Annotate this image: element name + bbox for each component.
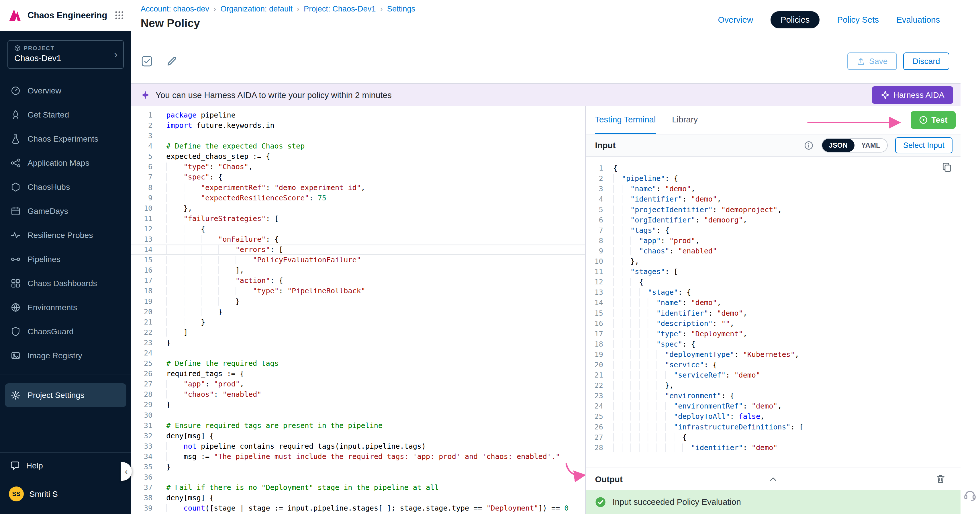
tab-policies[interactable]: Policies <box>770 11 819 29</box>
line-number: 8 <box>586 236 603 246</box>
tab-testing-terminal[interactable]: Testing Terminal <box>595 107 655 134</box>
sidebar-item-chaosguard[interactable]: ChaosGuard <box>0 319 131 344</box>
line-number: 27 <box>586 432 603 442</box>
line-number: 10 <box>586 256 603 267</box>
sidebar-item-chaos-experiments[interactable]: Chaos Experiments <box>0 127 131 151</box>
user-menu[interactable]: SS Smriti S <box>0 479 131 509</box>
terminal-tabs: Testing Terminal Library Test <box>586 107 961 134</box>
sidebar-item-get-started[interactable]: Get Started <box>0 103 131 127</box>
breadcrumb-organization[interactable]: Organization: default <box>220 4 292 13</box>
sidebar-item-chaos-dashboards[interactable]: Chaos Dashboards <box>0 271 131 295</box>
project-selector[interactable]: PROJECT Chaos-Dev1 › <box>8 40 124 69</box>
code-line-3: 3 <box>131 131 585 141</box>
code-line-26: 26required_tags := { <box>131 369 585 379</box>
line-number: 23 <box>586 391 603 401</box>
sidebar-item-environments[interactable]: Environments <box>0 295 131 319</box>
chevron-up-icon <box>768 474 778 484</box>
code-line-8: 8 "experimentRef": "demo-experiment-id", <box>131 183 585 193</box>
tab-library[interactable]: Library <box>672 107 698 134</box>
code-line-11: 11 "stages": [ <box>586 267 961 277</box>
module-title: Chaos Engineering <box>27 10 110 20</box>
code-line-34: 34 msg := "The pipeline must include the… <box>131 452 585 462</box>
avatar: SS <box>9 487 24 501</box>
discard-button[interactable]: Discard <box>903 53 949 70</box>
code-line-6: 6 "type": "Chaos", <box>131 162 585 172</box>
code-line-11: 11 "failureStrategies": [ <box>131 213 585 224</box>
breadcrumb-project[interactable]: Project: Chaos-Dev1 <box>304 4 375 13</box>
line-number: 12 <box>586 277 603 287</box>
code-line-7: 7 "tags": { <box>586 225 961 236</box>
line-number: 39 <box>131 503 153 513</box>
line-number: 8 <box>131 183 153 193</box>
help-button[interactable]: Help <box>0 453 131 479</box>
clear-output-button[interactable] <box>935 474 946 484</box>
test-button[interactable]: Test <box>911 111 955 129</box>
line-number: 2 <box>131 120 153 131</box>
tab-overview[interactable]: Overview <box>718 15 753 25</box>
code-line-9: 9 "chaos": "enabled" <box>586 246 961 256</box>
code-line-21: 21 } <box>131 317 585 327</box>
harness-logo[interactable] <box>8 8 22 23</box>
line-number: 1 <box>586 163 603 173</box>
sidebar-item-pipelines[interactable]: Pipelines <box>0 247 131 271</box>
policy-code-editor[interactable]: 1package pipeline2import future.keywords… <box>131 107 586 514</box>
sidebar-item-resilience-probes[interactable]: Resilience Probes <box>0 223 131 247</box>
format-yaml[interactable]: YAML <box>854 139 887 152</box>
page-header: Account: chaos-dev › Organization: defau… <box>131 0 980 39</box>
breadcrumb-separator: › <box>297 5 299 13</box>
line-number: 7 <box>131 172 153 182</box>
sidebar-item-application-maps[interactable]: Application Maps <box>0 151 131 175</box>
project-cube-icon <box>14 45 21 51</box>
page-title: New Policy <box>141 17 415 30</box>
code-line-27: 27 "app": "prod", <box>131 379 585 389</box>
line-number: 15 <box>586 308 603 318</box>
code-line-19: 19 } <box>131 296 585 307</box>
breadcrumb-separator: › <box>380 5 383 13</box>
line-number: 35 <box>131 462 153 472</box>
code-line-31: 31# Ensure required tags are present in … <box>131 420 585 431</box>
code-line-13: 13 "onFailure": { <box>131 234 585 245</box>
tab-policy-sets[interactable]: Policy Sets <box>837 15 879 25</box>
project-name: Chaos-Dev1 <box>14 53 108 63</box>
harness-aida-button[interactable]: Harness AIDA <box>872 86 953 104</box>
sidebar-item-chaoshubs[interactable]: ChaosHubs <box>0 175 131 199</box>
code-line-16: 16 "description": "", <box>586 318 961 329</box>
validate-icon[interactable] <box>141 56 153 67</box>
copy-icon[interactable] <box>942 162 952 174</box>
format-json[interactable]: JSON <box>822 139 854 152</box>
gear-icon <box>11 390 21 400</box>
line-number: 33 <box>131 441 153 452</box>
sidebar-item-image-registry[interactable]: Image Registry <box>0 344 131 368</box>
code-line-23: 23} <box>131 338 585 348</box>
info-icon[interactable] <box>804 140 814 151</box>
code-line-23: 23 "environment": { <box>586 391 961 401</box>
sidebar-item-project-settings[interactable]: Project Settings <box>5 383 126 407</box>
line-number: 21 <box>131 317 153 327</box>
module-switcher-icon[interactable] <box>115 11 124 20</box>
edit-pencil-icon[interactable] <box>166 56 177 67</box>
sidebar-item-gamedays[interactable]: GameDays <box>0 199 131 223</box>
input-json-editor[interactable]: 1{2 "pipeline": {3 "name": "demo",4 "ide… <box>586 157 961 468</box>
tab-evaluations[interactable]: Evaluations <box>896 15 940 25</box>
breadcrumb-settings[interactable]: Settings <box>387 4 415 13</box>
sidebar-item-overview[interactable]: Overview <box>0 79 131 103</box>
code-line-25: 25# Define the required tags <box>131 358 585 369</box>
sparkle-icon <box>141 90 150 100</box>
line-number: 19 <box>586 349 603 360</box>
code-line-28: 28 "chaos": "enabled" <box>131 389 585 399</box>
code-line-37: 37# Fail if there is no "Deployment" sta… <box>131 482 585 493</box>
line-number: 9 <box>131 193 153 203</box>
code-line-35: 35} <box>131 462 585 472</box>
code-line-14: 14 "name": "demo", <box>586 298 961 308</box>
code-line-15: 15 "PolicyEvaluationFailure" <box>131 255 585 265</box>
collapse-output-button[interactable] <box>768 474 778 484</box>
chevron-right-icon: › <box>114 48 118 60</box>
save-button[interactable]: Save <box>847 53 897 70</box>
line-number: 26 <box>131 369 153 379</box>
input-header: Input JSON YAML Select Input <box>586 134 961 157</box>
support-icon[interactable] <box>963 488 977 504</box>
code-line-15: 15 "identifier": "demo", <box>586 308 961 318</box>
dashboard-grid-icon <box>11 278 21 288</box>
breadcrumb-account[interactable]: Account: chaos-dev <box>141 4 209 13</box>
select-input-button[interactable]: Select Input <box>895 137 953 154</box>
